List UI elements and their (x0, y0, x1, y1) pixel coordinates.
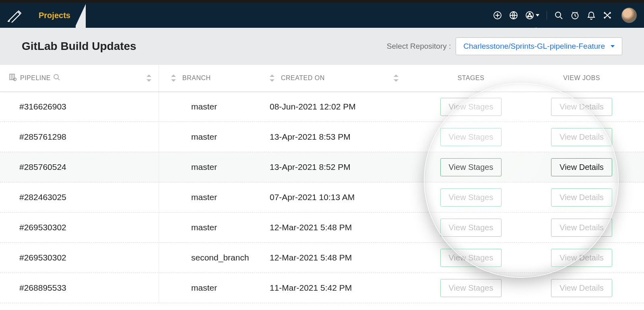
avatar[interactable] (621, 8, 637, 23)
cell-created-on: 12-Mar-2021 5:48 PM (270, 223, 415, 232)
bell-icon[interactable] (587, 11, 596, 20)
clock-icon[interactable] (570, 11, 580, 20)
search-icon[interactable] (554, 11, 563, 20)
cell-created-on: 11-Mar-2021 5:42 PM (270, 283, 415, 293)
sort-icon[interactable] (270, 74, 275, 82)
svg-point-9 (14, 78, 17, 81)
tab-projects[interactable]: Projects (27, 3, 82, 28)
table-row[interactable]: #269530302master12-Mar-2021 5:48 PMView … (0, 213, 644, 243)
view-details-button[interactable]: View Details (551, 219, 612, 237)
repo-select[interactable]: Charlesstone/Sprints-GL-pipeline-Feature (456, 37, 622, 55)
view-details-button[interactable]: View Details (551, 158, 612, 176)
view-details-button[interactable]: View Details (551, 128, 612, 146)
view-stages-button[interactable]: View Stages (440, 128, 502, 146)
col-created-label: CREATED ON (281, 74, 325, 82)
cell-branch: master (159, 132, 270, 142)
view-stages-button[interactable]: View Stages (440, 279, 502, 297)
view-details-button[interactable]: View Details (551, 279, 612, 297)
cell-created-on: 13-Apr-2021 8:53 PM (270, 132, 415, 142)
table-row[interactable]: #285760524master13-Apr-2021 8:52 PMView … (0, 152, 644, 182)
table-row[interactable]: #282463025master07-Apr-2021 10:13 AMView… (0, 182, 644, 213)
column-search-icon[interactable] (53, 74, 60, 83)
cell-branch: master (159, 102, 270, 112)
col-stages-label: STAGES (458, 74, 485, 82)
sort-icon[interactable] (171, 74, 176, 82)
col-viewjobs-label: VIEW JOBS (563, 74, 600, 82)
page-title: GitLab Build Updates (22, 40, 136, 53)
table-row[interactable]: #269530302second_branch12-Mar-2021 5:48 … (0, 243, 644, 273)
cell-branch: master (159, 192, 270, 202)
add-icon[interactable] (493, 11, 502, 20)
table-row[interactable]: #285761298master13-Apr-2021 8:53 PMView … (0, 122, 644, 152)
tools-icon[interactable] (603, 11, 612, 20)
cell-pipeline: #285760524 (0, 152, 159, 182)
cell-branch: master (159, 162, 270, 172)
view-stages-button[interactable]: View Stages (440, 249, 502, 267)
header-actions (493, 8, 637, 23)
repo-select-value: Charlesstone/Sprints-GL-pipeline-Feature (463, 42, 605, 51)
svg-point-6 (555, 12, 561, 17)
table-header: PIPELINE BRANCH CREATED ON STAGES VIEW J… (0, 65, 644, 92)
webhook-icon[interactable] (525, 11, 539, 20)
col-pipeline-label: PIPELINE (20, 74, 51, 82)
cell-branch: master (159, 223, 270, 232)
cell-pipeline: #268895533 (0, 273, 159, 303)
cell-created-on: 13-Apr-2021 8:52 PM (270, 162, 415, 172)
view-details-button[interactable]: View Details (551, 188, 612, 207)
cell-branch: master (159, 283, 270, 293)
view-details-button[interactable]: View Details (551, 249, 612, 267)
cell-branch: second_branch (159, 253, 270, 262)
globe-icon[interactable] (509, 11, 518, 20)
tab-projects-label: Projects (39, 11, 70, 20)
table-body: #316626903master08-Jun-2021 12:02 PMView… (0, 92, 644, 303)
column-config-icon[interactable] (9, 73, 17, 83)
sort-icon[interactable] (394, 74, 398, 82)
cell-pipeline: #285761298 (0, 122, 159, 152)
cell-pipeline: #269530302 (0, 243, 159, 273)
repo-select-label: Select Repository : (387, 42, 451, 51)
view-stages-button[interactable]: View Stages (440, 158, 502, 176)
cell-created-on: 08-Jun-2021 12:02 PM (270, 102, 415, 112)
view-stages-button[interactable]: View Stages (440, 98, 502, 116)
cell-pipeline: #269530302 (0, 213, 159, 242)
title-bar: GitLab Build Updates Select Repository :… (0, 28, 644, 65)
view-stages-button[interactable]: View Stages (440, 188, 502, 207)
cell-created-on: 07-Apr-2021 10:13 AM (270, 192, 415, 202)
sort-icon[interactable] (147, 74, 151, 82)
table-row[interactable]: #316626903master08-Jun-2021 12:02 PMView… (0, 92, 644, 122)
app-logo-icon (7, 8, 23, 23)
col-branch-label: BRANCH (182, 74, 211, 82)
table-row[interactable]: #268895533master11-Mar-2021 5:42 PMView … (0, 273, 644, 303)
cell-pipeline: #316626903 (0, 92, 159, 122)
app-header: Projects (0, 3, 644, 28)
cell-pipeline: #282463025 (0, 182, 159, 212)
svg-point-10 (54, 74, 58, 79)
view-stages-button[interactable]: View Stages (440, 219, 502, 237)
cell-created-on: 12-Mar-2021 5:48 PM (270, 253, 415, 262)
view-details-button[interactable]: View Details (551, 98, 612, 116)
chevron-down-icon (611, 45, 615, 48)
